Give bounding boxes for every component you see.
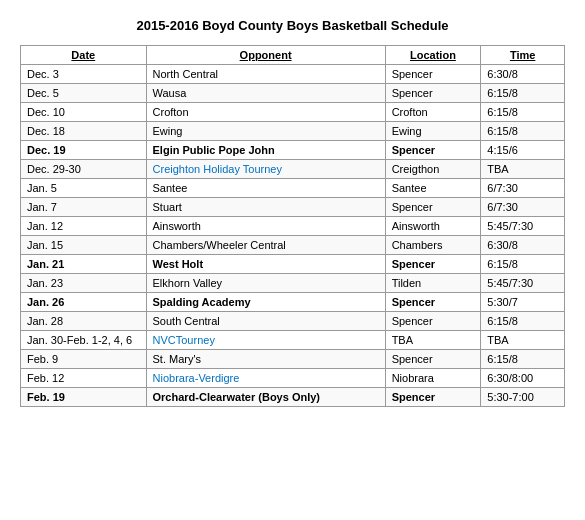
cell-location: Spencer: [385, 312, 481, 331]
table-row: Jan. 7StuartSpencer6/7:30: [21, 198, 565, 217]
cell-date: Jan. 30-Feb. 1-2, 4, 6: [21, 331, 147, 350]
cell-time: 6/7:30: [481, 179, 565, 198]
cell-date: Jan. 26: [21, 293, 147, 312]
cell-opponent: Santee: [146, 179, 385, 198]
cell-date: Feb. 19: [21, 388, 147, 407]
cell-time: 6:30/8:00: [481, 369, 565, 388]
table-row: Feb. 19Orchard-Clearwater (Boys Only)Spe…: [21, 388, 565, 407]
cell-time: 6:15/8: [481, 255, 565, 274]
table-row: Jan. 15Chambers/Wheeler CentralChambers6…: [21, 236, 565, 255]
cell-opponent: Orchard-Clearwater (Boys Only): [146, 388, 385, 407]
cell-time: 6:15/8: [481, 122, 565, 141]
cell-date: Jan. 12: [21, 217, 147, 236]
cell-date: Jan. 7: [21, 198, 147, 217]
cell-date: Dec. 5: [21, 84, 147, 103]
cell-date: Jan. 21: [21, 255, 147, 274]
cell-location: Spencer: [385, 388, 481, 407]
cell-location: Chambers: [385, 236, 481, 255]
cell-date: Dec. 18: [21, 122, 147, 141]
cell-opponent: Wausa: [146, 84, 385, 103]
table-row: Jan. 12AinsworthAinsworth5:45/7:30: [21, 217, 565, 236]
cell-location: Ainsworth: [385, 217, 481, 236]
cell-location: TBA: [385, 331, 481, 350]
cell-time: 6:15/8: [481, 350, 565, 369]
cell-location: Spencer: [385, 141, 481, 160]
cell-location: Niobrara: [385, 369, 481, 388]
col-header-time: Time: [481, 46, 565, 65]
cell-opponent: West Holt: [146, 255, 385, 274]
cell-date: Jan. 23: [21, 274, 147, 293]
cell-date: Dec. 19: [21, 141, 147, 160]
col-header-opponent: Opponent: [146, 46, 385, 65]
cell-time: 4:15/6: [481, 141, 565, 160]
cell-location: Creigthon: [385, 160, 481, 179]
cell-location: Spencer: [385, 84, 481, 103]
cell-date: Feb. 12: [21, 369, 147, 388]
table-row: Jan. 5SanteeSantee6/7:30: [21, 179, 565, 198]
cell-location: Spencer: [385, 65, 481, 84]
cell-opponent: North Central: [146, 65, 385, 84]
table-row: Feb. 9St. Mary'sSpencer6:15/8: [21, 350, 565, 369]
cell-time: 5:45/7:30: [481, 274, 565, 293]
table-row: Jan. 26Spalding AcademySpencer5:30/7: [21, 293, 565, 312]
cell-opponent: Elgin Public Pope John: [146, 141, 385, 160]
cell-date: Jan. 15: [21, 236, 147, 255]
cell-location: Santee: [385, 179, 481, 198]
cell-opponent: Ainsworth: [146, 217, 385, 236]
cell-date: Dec. 29-30: [21, 160, 147, 179]
cell-opponent: NVCTourney: [146, 331, 385, 350]
cell-time: TBA: [481, 331, 565, 350]
cell-time: TBA: [481, 160, 565, 179]
cell-date: Feb. 9: [21, 350, 147, 369]
col-header-location: Location: [385, 46, 481, 65]
cell-time: 6:30/8: [481, 236, 565, 255]
cell-opponent: Creighton Holiday Tourney: [146, 160, 385, 179]
cell-location: Spencer: [385, 350, 481, 369]
col-header-date: Date: [21, 46, 147, 65]
table-row: Dec. 3North CentralSpencer6:30/8: [21, 65, 565, 84]
cell-location: Spencer: [385, 255, 481, 274]
cell-time: 5:45/7:30: [481, 217, 565, 236]
cell-opponent: Niobrara-Verdigre: [146, 369, 385, 388]
table-row: Dec. 29-30Creighton Holiday TourneyCreig…: [21, 160, 565, 179]
cell-location: Ewing: [385, 122, 481, 141]
cell-opponent: Stuart: [146, 198, 385, 217]
cell-time: 5:30/7: [481, 293, 565, 312]
table-row: Dec. 5WausaSpencer6:15/8: [21, 84, 565, 103]
cell-opponent: Crofton: [146, 103, 385, 122]
cell-opponent: St. Mary's: [146, 350, 385, 369]
cell-location: Tilden: [385, 274, 481, 293]
schedule-table: Date Opponent Location Time Dec. 3North …: [20, 45, 565, 407]
table-row: Jan. 21West HoltSpencer6:15/8: [21, 255, 565, 274]
table-row: Feb. 12Niobrara-VerdigreNiobrara6:30/8:0…: [21, 369, 565, 388]
cell-time: 6:30/8: [481, 65, 565, 84]
table-row: Dec. 18EwingEwing6:15/8: [21, 122, 565, 141]
table-row: Dec. 19Elgin Public Pope JohnSpencer4:15…: [21, 141, 565, 160]
cell-time: 6:15/8: [481, 103, 565, 122]
cell-opponent: Elkhorn Valley: [146, 274, 385, 293]
cell-date: Jan. 28: [21, 312, 147, 331]
cell-date: Jan. 5: [21, 179, 147, 198]
cell-date: Dec. 3: [21, 65, 147, 84]
cell-time: 6:15/8: [481, 312, 565, 331]
page-title: 2015-2016 Boyd County Boys Basketball Sc…: [20, 18, 565, 33]
table-row: Jan. 30-Feb. 1-2, 4, 6NVCTourneyTBATBA: [21, 331, 565, 350]
cell-opponent: Ewing: [146, 122, 385, 141]
table-row: Jan. 23Elkhorn ValleyTilden5:45/7:30: [21, 274, 565, 293]
cell-opponent: South Central: [146, 312, 385, 331]
cell-opponent: Spalding Academy: [146, 293, 385, 312]
cell-location: Spencer: [385, 293, 481, 312]
cell-location: Spencer: [385, 198, 481, 217]
table-row: Dec. 10CroftonCrofton6:15/8: [21, 103, 565, 122]
table-row: Jan. 28South CentralSpencer6:15/8: [21, 312, 565, 331]
cell-time: 6/7:30: [481, 198, 565, 217]
cell-opponent: Chambers/Wheeler Central: [146, 236, 385, 255]
cell-time: 5:30-7:00: [481, 388, 565, 407]
cell-location: Crofton: [385, 103, 481, 122]
cell-date: Dec. 10: [21, 103, 147, 122]
cell-time: 6:15/8: [481, 84, 565, 103]
